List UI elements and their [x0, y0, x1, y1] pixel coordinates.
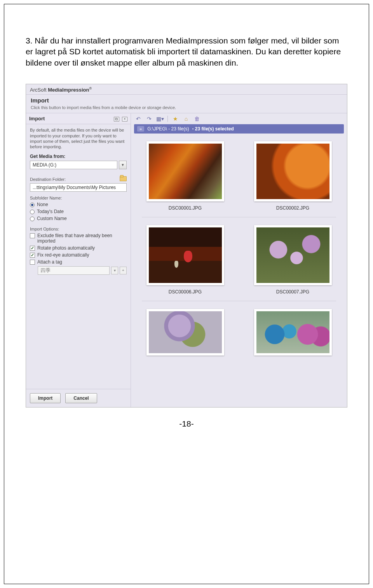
thumbnail-caption: DSC00006.JPG — [136, 289, 234, 295]
toolbar-separator — [167, 116, 168, 122]
thumbnail-item[interactable]: DSC00006.JPG — [136, 225, 234, 295]
radio-none-label: None — [37, 202, 48, 207]
path-chip: » — [137, 126, 144, 132]
panel-detach-icon[interactable]: ⧉ — [114, 117, 119, 121]
check-attach-label: Attach a tag — [37, 259, 62, 265]
radio-icon — [30, 210, 35, 214]
browse-folder-icon[interactable] — [120, 175, 127, 181]
tag-icon[interactable]: ⌂ — [183, 116, 190, 122]
radio-today-label: Today's Date — [37, 209, 64, 214]
media-source-select[interactable] — [30, 161, 117, 169]
radio-custom-label: Custom Name — [37, 216, 67, 221]
check-rotate-label: Rotate photos automatically — [37, 245, 95, 251]
rotate-right-icon[interactable]: ↷ — [146, 116, 153, 122]
thumbnail-image — [146, 309, 224, 356]
titlebar: ArcSoft MediaImpression® — [26, 84, 347, 95]
thumbnail-image — [146, 141, 224, 201]
radio-today[interactable]: Today's Date — [30, 209, 127, 214]
thumbnail-caption: DSC00007.JPG — [244, 289, 342, 295]
star-icon[interactable]: ★ — [172, 116, 179, 122]
section-header: Import — [26, 95, 347, 105]
preview-icon[interactable]: ▦▾ — [157, 116, 164, 122]
page-number: -18- — [26, 419, 347, 428]
import-button[interactable]: Import — [30, 393, 61, 403]
brand-text: ArcSoft — [30, 87, 47, 93]
path-selected-count: - 23 file(s) selected — [192, 126, 234, 132]
instruction-text: 3. Når du har innstallert programvaren M… — [26, 35, 347, 68]
left-panel: Import ⧉ × By default, all the media fil… — [26, 113, 131, 407]
thumbnail-item[interactable]: DSC00007.JPG — [244, 225, 342, 295]
destination-label: Destination Folder: — [30, 177, 66, 182]
check-exclude[interactable]: Exclude files that have already been imp… — [30, 233, 127, 244]
destination-input[interactable] — [30, 183, 127, 192]
thumb-separator — [142, 217, 336, 217]
rotate-left-icon[interactable]: ↶ — [135, 116, 142, 122]
check-redeye[interactable]: Fix red-eye automatically — [30, 252, 127, 258]
section-title: Import — [31, 97, 342, 104]
cancel-button[interactable]: Cancel — [65, 393, 97, 403]
checkbox-icon — [30, 233, 35, 238]
radio-icon — [30, 217, 35, 221]
get-media-label: Get Media from: — [30, 154, 127, 159]
thumbnail-caption: DSC00001.JPG — [136, 205, 234, 211]
right-panel: ↶ ↷ ▦▾ ★ ⌂ 🗑 » G:\JPEG\ - 23 file(s) - 2… — [131, 113, 347, 407]
delete-icon[interactable]: 🗑 — [193, 116, 200, 122]
check-attach-tag[interactable]: Attach a tag — [30, 259, 127, 265]
thumbnail-item[interactable] — [136, 309, 234, 356]
radio-icon — [30, 203, 35, 207]
thumbnail-item[interactable]: DSC00001.JPG — [136, 141, 234, 211]
checkbox-icon — [30, 260, 35, 265]
thumb-separator — [142, 301, 336, 301]
toolbar: ↶ ↷ ▦▾ ★ ⌂ 🗑 — [131, 113, 347, 124]
options-label: Import Options: — [30, 227, 127, 231]
trademark-sup: ® — [89, 87, 92, 90]
thumbnail-image — [254, 141, 332, 201]
thumbnail-caption: DSC00002.JPG — [244, 205, 342, 211]
panel-close-icon[interactable]: × — [122, 117, 127, 121]
radio-none[interactable]: None — [30, 202, 127, 207]
panel-help-text: By default, all the media files on the d… — [30, 127, 127, 149]
thumbnail-image — [254, 225, 332, 285]
check-rotate[interactable]: Rotate photos automatically — [30, 245, 127, 251]
checkbox-icon — [30, 253, 35, 258]
product-text: MediaImpression — [48, 87, 89, 93]
subfolder-label: Subfolder Name: — [30, 196, 127, 200]
tag-dropdown-icon: ▾ — [111, 267, 118, 274]
thumbnail-item[interactable] — [244, 309, 342, 356]
tag-input — [38, 266, 110, 275]
instruction-number: 3. — [26, 36, 33, 45]
path-text: G:\JPEG\ - 23 file(s) — [147, 126, 189, 132]
thumbnail-image — [146, 225, 224, 285]
panel-header: Import ⧉ × — [26, 113, 131, 124]
path-bar[interactable]: » G:\JPEG\ - 23 file(s) - 23 file(s) sel… — [134, 124, 344, 134]
thumbnail-item[interactable]: DSC00002.JPG — [244, 141, 342, 211]
panel-title: Import — [29, 116, 45, 121]
instruction-body: Når du har innstallert programvaren Medi… — [26, 36, 341, 67]
checkbox-icon — [30, 246, 35, 251]
thumbnail-image — [254, 309, 332, 356]
check-exclude-label: Exclude files that have already been imp… — [37, 233, 127, 244]
check-redeye-label: Fix red-eye automatically — [37, 252, 89, 258]
tag-add-icon: + — [120, 267, 127, 274]
section-description: Click this button to import media files … — [26, 105, 347, 113]
media-source-dropdown-icon[interactable]: ▼ — [119, 161, 127, 169]
app-window: ArcSoft MediaImpression® Import Click th… — [26, 84, 347, 408]
radio-custom[interactable]: Custom Name — [30, 216, 127, 221]
